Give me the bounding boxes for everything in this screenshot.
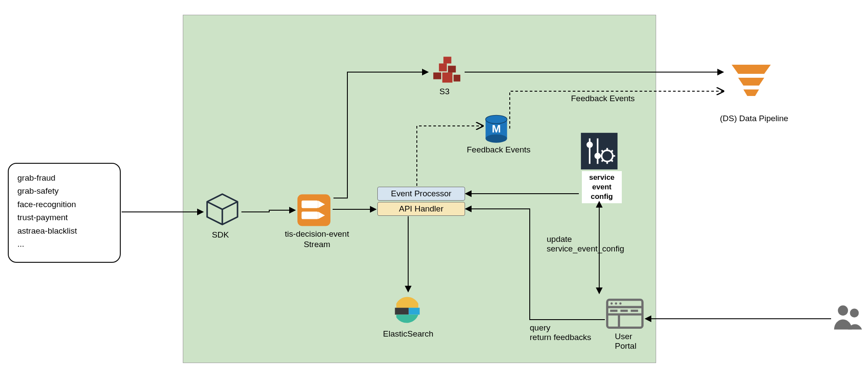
connectors (0, 0, 868, 370)
diagram-canvas: grab-fraud grab-safety face-recognition … (0, 0, 868, 370)
